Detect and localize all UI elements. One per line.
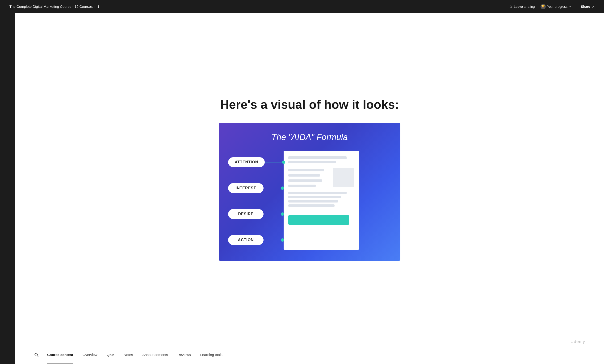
aida-body: ATTENTION INTEREST DESIRE: [228, 151, 391, 250]
aida-labels: ATTENTION INTEREST DESIRE: [228, 151, 284, 245]
doc-image-placeholder: [333, 168, 354, 187]
share-label: Share: [581, 5, 590, 9]
aida-interest-item: INTEREST: [228, 183, 284, 193]
navbar-right: ☆ Leave a rating 🏆 Your progress ▼ Share…: [509, 3, 598, 10]
slide-heading: Here's a visual of how it looks:: [220, 97, 399, 111]
tab-announcements[interactable]: Announcements: [138, 345, 173, 364]
tab-overview[interactable]: Overview: [78, 345, 102, 364]
search-icon: [34, 352, 39, 357]
desire-label: DESIRE: [228, 209, 264, 219]
doc-action-section: [288, 213, 354, 225]
share-button[interactable]: Share ↗: [577, 3, 598, 10]
aida-diagram: The "AIDA" Formula ATTENTION INTEREST: [219, 123, 400, 261]
your-progress-label: Your progress: [547, 5, 568, 9]
navbar: The Complete Digital Marketing Course - …: [0, 0, 604, 13]
doc-interest-lines: [288, 168, 330, 188]
tab-learning-tools[interactable]: Learning tools: [196, 345, 227, 364]
main-content: Here's a visual of how it looks: The "AI…: [30, 13, 589, 345]
tab-reviews[interactable]: Reviews: [173, 345, 196, 364]
tab-notes[interactable]: Notes: [119, 345, 138, 364]
aida-action-item: ACTION: [228, 235, 284, 245]
navbar-title: The Complete Digital Marketing Course - …: [9, 4, 99, 9]
leave-rating-label: Leave a rating: [514, 5, 535, 9]
svg-line-1: [37, 355, 38, 357]
doc-cta-button: [288, 215, 349, 225]
interest-label: INTEREST: [228, 183, 264, 193]
star-icon: ☆: [509, 4, 513, 9]
doc-attention-lines: [288, 156, 354, 165]
aida-desire-item: DESIRE: [228, 209, 284, 219]
doc-desire-lines: [288, 192, 354, 208]
share-arrow-icon: ↗: [591, 5, 594, 9]
svg-point-0: [35, 353, 38, 356]
search-tab-button[interactable]: [34, 345, 42, 364]
tab-qa[interactable]: Q&A: [102, 345, 119, 364]
udemy-watermark: Udemy: [570, 339, 585, 344]
action-label: ACTION: [228, 235, 264, 245]
doc-mockup: [284, 151, 359, 250]
trophy-icon: 🏆: [541, 4, 546, 9]
aida-title: The "AIDA" Formula: [228, 132, 391, 142]
aida-attention-item: ATTENTION: [228, 157, 284, 167]
leave-rating-button[interactable]: ☆ Leave a rating: [509, 4, 535, 9]
attention-label: ATTENTION: [228, 157, 265, 167]
left-sidebar: [0, 0, 15, 364]
bottom-tabs: Course content Overview Q&A Notes Announ…: [15, 345, 604, 364]
tab-course-content[interactable]: Course content: [42, 345, 78, 364]
doc-interest-section: [288, 168, 354, 188]
udemy-logo-text: Udemy: [570, 339, 585, 344]
chevron-down-icon: ▼: [569, 5, 571, 8]
your-progress-button[interactable]: 🏆 Your progress ▼: [541, 4, 571, 9]
